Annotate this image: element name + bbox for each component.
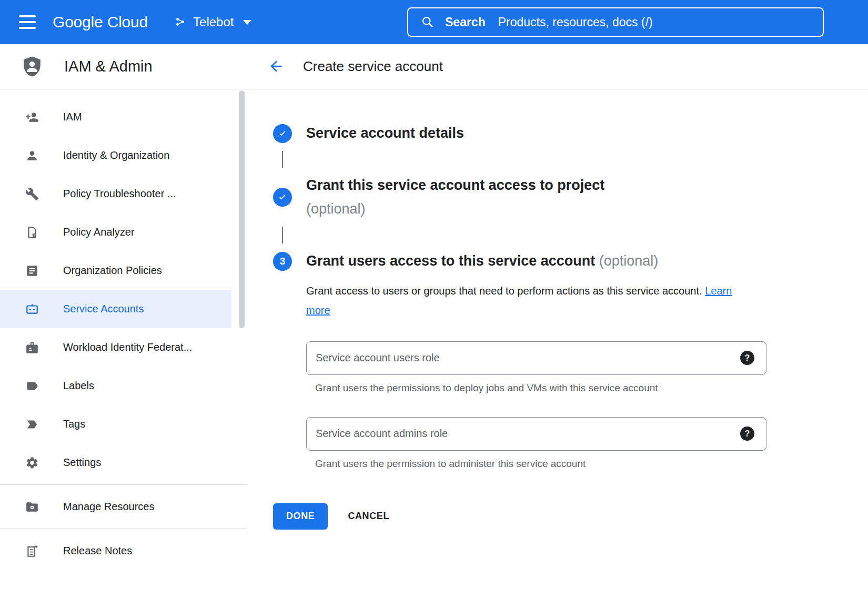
done-button[interactable]: DONE <box>273 503 328 530</box>
sidebar-item-tags[interactable]: Tags <box>0 405 231 443</box>
search-placeholder: Products, resources, docs (/) <box>498 15 653 29</box>
step-3-number-badge[interactable]: 3 <box>273 252 292 271</box>
step-1-check-icon[interactable] <box>273 124 292 143</box>
release-notes-icon <box>25 544 39 558</box>
sidebar-nav: IAM Identity & Organization Policy Troub… <box>0 89 247 570</box>
service-account-admins-role-label: Service account admins role <box>316 428 448 440</box>
search-bar[interactable]: Search Products, resources, docs (/) <box>407 7 824 37</box>
service-account-admins-role-field[interactable]: Service account admins role ? <box>306 417 766 451</box>
tag-icon <box>25 418 39 431</box>
step-2-check-icon[interactable] <box>273 188 292 207</box>
menu-icon[interactable] <box>19 15 36 29</box>
sidebar: IAM & Admin IAM Identity & Organization … <box>0 44 247 609</box>
identity-badge-icon <box>25 341 39 354</box>
main-content: Create service account Service account d… <box>247 44 868 609</box>
service-account-users-role-field[interactable]: Service account users role ? <box>306 341 766 375</box>
sidebar-item-policy-analyzer[interactable]: Policy Analyzer <box>0 213 231 251</box>
sidebar-scrollbar[interactable] <box>239 90 245 328</box>
field-group-users-role: Service account users role ? Grant users… <box>306 341 868 394</box>
sidebar-item-identity-organization[interactable]: Identity & Organization <box>0 136 231 175</box>
folder-gear-icon <box>25 500 39 514</box>
page-title: Create service account <box>303 58 443 75</box>
document-analyzer-icon <box>25 226 39 239</box>
sidebar-item-release-notes[interactable]: Release Notes <box>0 532 231 570</box>
sidebar-item-workload-identity-federation[interactable]: Workload Identity Federat... <box>0 328 231 367</box>
step-2-optional-label: (optional) <box>306 199 604 219</box>
step-connector <box>282 151 283 168</box>
users-role-helper-text: Grant users the permissions to deploy jo… <box>315 382 868 394</box>
step-3-title: Grant users access to this service accou… <box>306 251 658 271</box>
back-button[interactable] <box>267 58 285 76</box>
policy-list-icon <box>25 264 39 278</box>
page-header: Create service account <box>247 44 868 89</box>
field-group-admins-role: Service account admins role ? Grant user… <box>306 417 868 470</box>
service-account-icon <box>25 302 39 316</box>
help-icon[interactable]: ? <box>740 427 754 441</box>
sidebar-item-policy-troubleshooter[interactable]: Policy Troubleshooter ... <box>0 175 231 213</box>
search-icon <box>421 15 435 29</box>
sidebar-item-service-accounts[interactable]: Service Accounts <box>0 290 231 328</box>
person-add-icon <box>25 110 39 124</box>
step-3-optional-label: (optional) <box>599 253 659 269</box>
search-label: Search <box>445 15 486 29</box>
project-icon <box>174 16 187 28</box>
form-actions: DONE CANCEL <box>273 503 868 530</box>
sidebar-item-iam[interactable]: IAM <box>0 98 231 136</box>
arrow-back-icon <box>268 58 285 75</box>
sidebar-item-organization-policies[interactable]: Organization Policies <box>0 251 231 290</box>
step-service-account-details: Service account details <box>273 123 868 144</box>
step-3-description: Grant access to users or groups that nee… <box>306 281 743 320</box>
step-3-body: Grant access to users or groups that nee… <box>306 281 868 470</box>
sidebar-title: IAM & Admin <box>64 58 153 75</box>
sidebar-item-manage-resources[interactable]: Manage Resources <box>0 488 231 526</box>
gear-icon <box>25 456 39 470</box>
google-cloud-logo[interactable]: Google Cloud <box>53 13 148 31</box>
step-1-title: Service account details <box>306 123 464 144</box>
help-icon[interactable]: ? <box>740 351 754 365</box>
wrench-icon <box>25 187 39 201</box>
project-name: Telebot <box>193 15 234 29</box>
admins-role-helper-text: Grant users the permission to administer… <box>315 458 868 470</box>
step-grant-project-access: Grant this service account access to pro… <box>273 175 868 219</box>
sidebar-item-labels[interactable]: Labels <box>0 367 231 405</box>
top-app-bar: Google Cloud Telebot Search Products, re… <box>0 0 868 44</box>
cancel-button[interactable]: CANCEL <box>344 511 393 522</box>
project-selector[interactable]: Telebot <box>174 15 251 29</box>
step-2-title: Grant this service account access to pro… <box>306 175 604 219</box>
step-connector <box>282 227 283 243</box>
chevron-down-icon <box>243 20 251 25</box>
service-account-users-role-label: Service account users role <box>316 352 440 364</box>
step-grant-user-access: 3 Grant users access to this service acc… <box>273 251 868 271</box>
iam-admin-shield-icon <box>20 55 44 79</box>
stepper: Service account details Grant this servi… <box>247 89 868 530</box>
label-icon <box>25 379 39 393</box>
sidebar-divider <box>0 484 247 485</box>
sidebar-item-settings[interactable]: Settings <box>0 443 231 482</box>
sidebar-header: IAM & Admin <box>0 44 247 89</box>
person-icon <box>25 149 39 163</box>
sidebar-divider <box>0 529 247 529</box>
